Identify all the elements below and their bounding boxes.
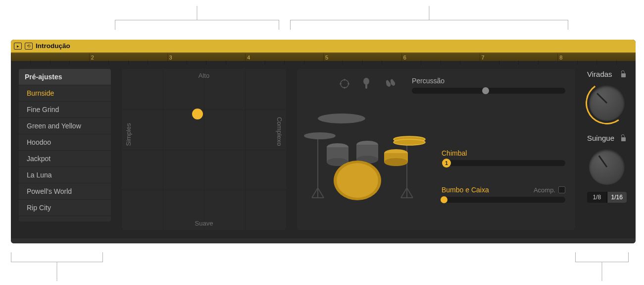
presets-empty-row	[19, 216, 111, 222]
svg-line-13	[401, 188, 407, 198]
svg-point-4	[348, 83, 349, 84]
shaker-icon[interactable]	[362, 78, 372, 93]
percussion-thumb[interactable]	[482, 87, 489, 94]
swing-label-row: Suingue	[586, 134, 628, 142]
drum-kit-illustration[interactable]	[303, 104, 432, 203]
percussion-icons[interactable]	[303, 78, 402, 93]
preset-item[interactable]: Green and Yellow	[19, 117, 111, 134]
editor-body: Pré-ajustes BurnsideFine GrindGreen and …	[11, 61, 636, 238]
preset-item[interactable]: Hoodoo	[19, 134, 111, 150]
ruler-mark: 7	[482, 55, 485, 60]
preset-item[interactable]: Jackpot	[19, 150, 111, 167]
editor-footer	[11, 238, 636, 243]
svg-line-14	[407, 188, 413, 198]
knobs-panel: Viradas Suingue 1/8 1/16	[586, 69, 628, 230]
acomp-label: Acomp.	[534, 186, 555, 194]
kicksnare-slider: Bumbo e Caixa	[442, 186, 528, 194]
xy-label-right: Complexo	[276, 117, 283, 146]
fills-knob[interactable]	[589, 85, 625, 121]
preset-item[interactable]: Rip City	[19, 199, 111, 216]
ruler-mark: 5	[325, 55, 328, 60]
acomp-toggle[interactable]: Acomp.	[534, 186, 565, 194]
hihat-thumb[interactable]: 1	[443, 160, 450, 167]
kicksnare-thumb[interactable]	[441, 196, 447, 203]
swing-lock-icon[interactable]	[620, 135, 627, 141]
preset-item[interactable]: Fine Grind	[19, 101, 111, 117]
svg-point-1	[344, 79, 345, 80]
svg-point-0	[341, 80, 348, 88]
fills-label: Viradas	[587, 70, 612, 78]
svg-point-27	[384, 158, 408, 166]
ruler-mark: 4	[247, 55, 250, 60]
preset-item[interactable]: Burnside	[19, 85, 111, 101]
percussion-slider: Percussão	[412, 77, 565, 94]
xy-label-bottom: Suave	[195, 220, 213, 227]
xy-label-top: Alto	[198, 72, 209, 79]
svg-point-18	[394, 139, 425, 145]
xy-pad[interactable]: Alto Suave Simples Complexo	[122, 69, 286, 230]
presets-panel: Pré-ajustes BurnsideFine GrindGreen and …	[19, 69, 111, 222]
swing-resolution-toggle[interactable]: 1/8 1/16	[587, 192, 627, 203]
svg-line-9	[312, 188, 318, 198]
svg-point-3	[340, 83, 341, 84]
kicksnare-label: Bumbo e Caixa	[442, 186, 528, 194]
svg-rect-6	[365, 84, 367, 89]
xy-label-left: Simples	[125, 123, 132, 146]
play-icon[interactable]: ▸	[14, 43, 22, 50]
ruler-mark: 8	[559, 55, 562, 60]
svg-point-5	[363, 78, 369, 85]
region-name: Introdução	[36, 42, 70, 50]
svg-point-16	[304, 132, 336, 139]
acomp-checkbox[interactable]	[558, 186, 565, 193]
clap-icon[interactable]	[384, 78, 397, 93]
svg-point-2	[344, 87, 345, 88]
tambourine-icon[interactable]	[339, 78, 350, 93]
swing-label: Suingue	[587, 134, 614, 142]
presets-header: Pré-ajustes	[19, 69, 111, 85]
region-bar[interactable]: ▸ ⟲ Introdução	[11, 40, 636, 53]
swing-option-8[interactable]: 1/8	[587, 192, 607, 203]
swing-option-16[interactable]: 1/16	[607, 192, 627, 203]
svg-point-15	[318, 114, 365, 123]
svg-point-29	[337, 163, 378, 198]
ruler-mark: 2	[91, 55, 94, 60]
xy-puck[interactable]	[192, 109, 203, 119]
hihat-label: Chimbal	[442, 149, 565, 157]
percussion-label: Percussão	[412, 77, 565, 85]
timeline-ruler[interactable]: 2345678	[11, 53, 636, 61]
hihat-slider: Chimbal 1	[442, 149, 565, 166]
preset-item[interactable]: La Luna	[19, 167, 111, 183]
percussion-track[interactable]	[412, 88, 565, 94]
hihat-track[interactable]: 1	[442, 160, 565, 166]
hihat-thumb-value: 1	[442, 159, 451, 168]
kicksnare-track[interactable]	[442, 197, 565, 203]
ruler-mark: 6	[403, 55, 406, 60]
loop-icon[interactable]: ⟲	[25, 43, 33, 50]
svg-line-10	[318, 188, 324, 198]
fills-label-row: Viradas	[586, 70, 628, 78]
drummer-editor: ▸ ⟲ Introdução 2345678 Pré-ajustes Burns…	[11, 40, 636, 243]
fills-lock-icon[interactable]	[620, 71, 627, 77]
swing-knob[interactable]	[589, 149, 625, 185]
kit-panel: Percussão	[297, 69, 575, 230]
ruler-mark: 3	[169, 55, 172, 60]
preset-item[interactable]: Powell's World	[19, 183, 111, 199]
